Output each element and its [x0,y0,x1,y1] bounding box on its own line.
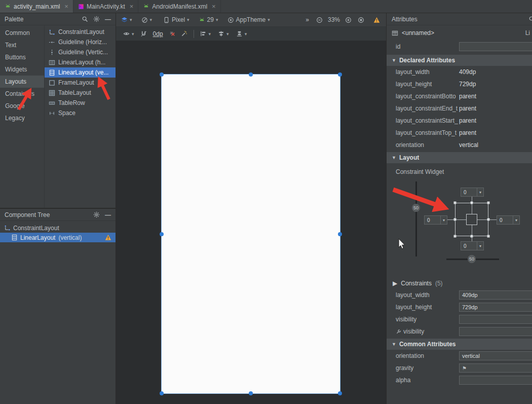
chevron-down-icon[interactable]: ▾ [477,242,483,250]
id-input[interactable] [459,42,532,51]
gear-icon[interactable] [93,211,100,218]
vertical-bias-slider[interactable] [415,181,417,256]
close-icon[interactable]: × [130,3,134,10]
selection-handle[interactable] [338,232,342,236]
hide-panel-icon[interactable]: — [105,16,111,23]
api-level-selector[interactable]: 29 ▾ [199,16,218,23]
kotlin-file-icon [78,4,84,10]
orientation-input[interactable]: vertical [459,351,532,360]
zoom-in-icon[interactable] [345,17,352,23]
section-layout[interactable]: ▼ Layout [387,152,532,163]
search-icon[interactable] [528,16,532,22]
selection-handle[interactable] [160,72,164,77]
category-containers[interactable]: Containers [0,88,44,100]
tree-item-constraintlayout[interactable]: ConstraintLayout [0,223,116,233]
constraint-widget-label: Constraint Widget [396,168,532,175]
autoconnect-magnet-icon[interactable] [140,30,147,37]
visibility-input[interactable] [459,315,532,324]
tree-item-linearlayout-vertical[interactable]: LinearLayout (vertical) [0,233,116,242]
id-row: id [387,40,532,54]
category-text[interactable]: Text [0,39,44,51]
search-icon[interactable] [82,16,88,22]
layout-height-input[interactable]: 729dp [459,303,532,312]
theme-selector[interactable]: AppTheme ▾ [227,16,270,23]
chevron-down-icon[interactable]: ▾ [477,188,483,196]
category-widgets[interactable]: Widgets [0,63,44,76]
close-icon[interactable]: × [212,3,216,10]
category-legacy[interactable]: Legacy [0,112,44,124]
palette-item-space[interactable]: Space [45,108,116,118]
tab-mainactivity-kt[interactable]: MainActivity.kt × [73,0,138,13]
gravity-input[interactable]: ⚑ [459,363,532,373]
palette-item-linearlayout-vertical[interactable]: LinearLayout (ve... [45,67,116,78]
tab-label: AndroidManifest.xml [152,3,207,10]
device-canvas[interactable] [161,74,340,394]
component-tree-panel: Component Tree — ConstraintLayout Linear… [0,209,116,242]
tab-label: MainActivity.kt [87,3,125,10]
category-buttons[interactable]: Buttons [0,51,44,63]
palette-item-tablerow[interactable]: TableRow [45,98,116,108]
align-center-menu[interactable]: ▾ [218,30,229,37]
toolbar-overflow-icon[interactable]: » [306,16,309,23]
selection-handle[interactable] [160,232,164,236]
selection-handle[interactable] [249,72,253,77]
infer-constraints-wand-icon[interactable] [181,30,187,37]
design-surface[interactable] [116,41,386,404]
linearlayout-vertical-icon [11,234,18,241]
section-common-attributes[interactable]: ▼ Common Attributes [387,339,532,350]
selection-handle[interactable] [249,391,253,395]
align-menu[interactable]: ▾ [200,30,211,37]
surface-selector[interactable]: ▾ [141,17,153,23]
android-studio-layout-editor: activity_main.xml × MainActivity.kt × An… [0,0,532,404]
corner-dot [487,202,490,204]
section-collapsed-icon: ▶ [393,280,397,287]
selection-handle[interactable] [338,391,342,395]
hide-panel-icon[interactable]: — [105,211,111,218]
zoom-out-icon[interactable] [316,17,323,23]
margin-bottom-dropdown[interactable]: 0 ▾ [461,241,484,250]
default-margin-button[interactable]: 0dp [153,30,163,38]
palette-item-tablelayout[interactable]: TableLayout [45,88,116,98]
tab-activity-main-xml[interactable]: activity_main.xml × [0,0,73,13]
chevron-down-icon[interactable]: ▾ [513,216,519,224]
tab-androidmanifest-xml[interactable]: AndroidManifest.xml × [138,0,220,13]
warning-icon[interactable] [105,234,111,241]
gear-icon[interactable] [93,16,100,22]
selection-handle[interactable] [338,72,342,77]
margin-end-dropdown[interactable]: 0 ▾ [497,215,520,225]
constraints-toggle[interactable]: ▶ Constraints (5) [387,278,532,289]
margin-start-dropdown[interactable]: 0 ▾ [424,215,447,225]
toolbar-separator [194,30,194,38]
margin-top-dropdown[interactable]: 0 ▾ [461,188,484,197]
vertical-bias-badge[interactable]: 50 [412,204,420,212]
top-constraint-anchor[interactable] [470,201,474,205]
palette-item-linearlayout-horizontal[interactable]: LinearLayout (h... [45,57,116,67]
selection-handle[interactable] [160,391,164,395]
warning-panel-icon[interactable] [373,17,380,23]
section-declared-attributes[interactable]: ▼ Declared Attributes [387,55,532,66]
align-center-icon [218,30,224,37]
layout-width-input[interactable]: 409dp [459,290,532,300]
palette-item-guideline-horizontal[interactable]: Guideline (Horiz... [45,37,116,47]
constraint-line [447,219,455,220]
clear-constraints-icon[interactable] [169,30,176,37]
pack-menu[interactable]: ▾ [236,30,247,37]
category-common[interactable]: Common [0,27,44,39]
left-panel: Palette — Common Text Buttons Widgets La… [0,13,116,404]
horizontal-bias-badge[interactable]: 50 [468,255,476,263]
palette-item-framelayout[interactable]: FrameLayout [45,78,116,88]
palette-item-guideline-vertical[interactable]: Guideline (Vertic... [45,47,116,57]
close-icon[interactable]: × [64,3,68,10]
tools-visibility-input[interactable] [459,327,532,336]
chevron-down-icon[interactable]: ▾ [440,216,447,224]
alpha-input[interactable] [459,376,532,385]
device-selector[interactable]: Pixel ▾ [163,16,189,23]
zoom-to-fit-icon[interactable] [358,17,364,23]
palette-item-constraintlayout[interactable]: ConstraintLayout [45,27,116,37]
android-icon [199,17,205,23]
view-mode-selector[interactable]: ▾ [121,17,132,23]
view-options[interactable]: ▾ [123,30,134,37]
corner-dot [454,235,457,238]
category-layouts[interactable]: Layouts [0,76,44,88]
category-google[interactable]: Google [0,100,44,112]
